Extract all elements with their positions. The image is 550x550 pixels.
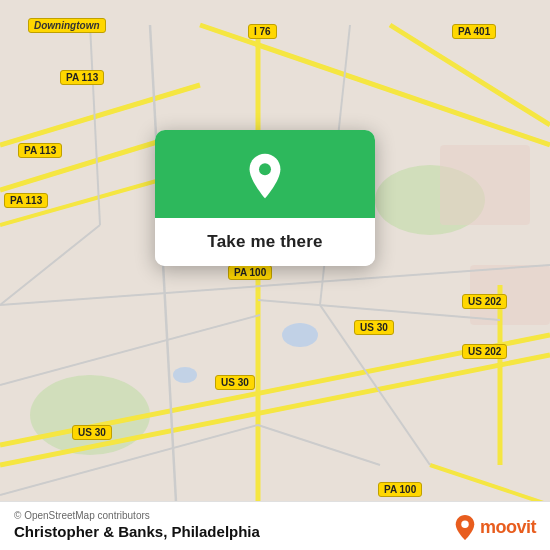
popup-card-top [155, 130, 375, 218]
svg-point-27 [461, 521, 468, 528]
popup-card: Take me there [155, 130, 375, 266]
svg-line-21 [90, 25, 100, 225]
label-pa113-left: PA 113 [4, 193, 48, 208]
label-us30-bot: US 30 [72, 425, 112, 440]
label-us202-top: US 202 [462, 294, 507, 309]
moovit-pin-icon [454, 514, 476, 540]
svg-point-26 [259, 163, 271, 175]
label-pa113-mid: PA 113 [18, 143, 62, 158]
take-me-there-button[interactable]: Take me there [155, 218, 375, 266]
label-pa113-top: PA 113 [60, 70, 104, 85]
moovit-logo: moovit [454, 514, 536, 540]
label-us30-mid: US 30 [354, 320, 394, 335]
svg-line-22 [0, 225, 100, 305]
svg-line-24 [258, 425, 380, 465]
label-us30-low: US 30 [215, 375, 255, 390]
svg-line-10 [390, 25, 550, 125]
svg-point-1 [30, 375, 150, 455]
svg-rect-4 [440, 145, 530, 225]
label-us202-bot: US 202 [462, 344, 507, 359]
label-pa401: PA 401 [452, 24, 496, 39]
moovit-text: moovit [480, 517, 536, 538]
location-pin-icon [241, 152, 289, 200]
svg-line-15 [430, 465, 550, 505]
label-downingtown: Downingtown [28, 18, 106, 33]
label-i76: I 76 [248, 24, 277, 39]
map: Downingtown PA 113 PA 113 PA 113 PA 401 … [0, 0, 550, 550]
label-pa100-bot: PA 100 [378, 482, 422, 497]
svg-line-9 [200, 25, 550, 145]
label-pa100-mid: PA 100 [228, 265, 272, 280]
svg-line-16 [150, 25, 180, 550]
svg-point-2 [282, 323, 318, 347]
svg-point-3 [173, 367, 197, 383]
